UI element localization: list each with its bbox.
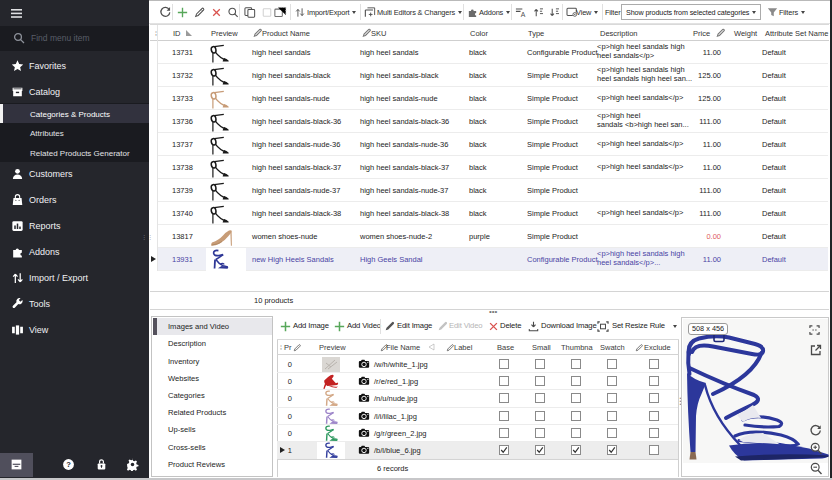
svg-text:A: A bbox=[521, 11, 526, 18]
svg-text:?: ? bbox=[66, 460, 71, 469]
